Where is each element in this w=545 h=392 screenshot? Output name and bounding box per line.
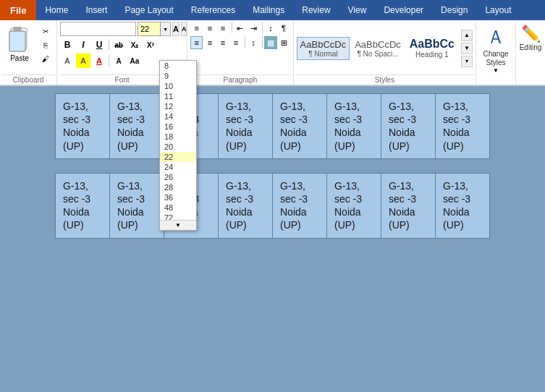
bullets-button[interactable]: ≡ [190,22,203,35]
style-heading1-label: Heading 1 [415,51,449,59]
tab-references[interactable]: References [182,0,244,20]
cell-text: G-13, sec -3 Noida (UP) [280,179,319,232]
size-item-72[interactable]: 72 [160,213,196,220]
cell-text: G-13, sec -3 Noida (UP) [63,100,102,153]
shading-button[interactable]: ▦ [264,36,276,49]
align-right-button[interactable]: ≡ [216,36,229,49]
style-normal-preview: AaBbCcDc [300,39,347,50]
table-cell[interactable]: G-13, sec -3 Noida (UP) [56,94,110,159]
line-spacing-button[interactable]: ↕ [247,36,259,49]
tab-review[interactable]: Review [293,0,339,20]
svg-rect-1 [9,31,25,51]
tab-page-layout[interactable]: Page Layout [116,0,182,20]
table-cell[interactable]: G-13, sec -3 Noida (UP) [219,173,273,238]
paste-button[interactable]: Paste [3,23,36,64]
align-center-button[interactable]: ≡ [203,36,216,49]
tab-developer[interactable]: Developer [375,0,432,20]
change-styles-icon: Ａ [486,25,505,50]
table-cell[interactable]: G-13, sec -3 Noida (UP) [56,173,110,238]
cell-text: G-13, sec -3 Noida (UP) [226,179,265,232]
change-styles-button[interactable]: Ａ ChangeStyles ▼ [476,20,516,85]
size-item-36[interactable]: 36 [160,192,196,203]
tab-file[interactable]: File [0,0,36,20]
table-cell[interactable]: G-13, sec -3 Noida (UP) [219,94,273,159]
tab-design[interactable]: Design [432,0,476,20]
font-name-input[interactable] [60,22,136,36]
size-item-14[interactable]: 14 [160,111,196,122]
align-left-button[interactable]: ≡ [190,36,203,49]
text-effect-button[interactable]: A [60,54,75,68]
clear-format-button[interactable]: A [111,54,126,68]
tab-view[interactable]: View [339,0,376,20]
cell-text: G-13, sec -3 Noida (UP) [63,179,102,232]
paragraph-group: ≡ ≡ ≡ ⇤ ⇥ ↕ ¶ ≡ ≡ ≡ ≡ ↕ ▦ ⊞ Parag [187,20,293,85]
tab-home[interactable]: Home [36,0,77,20]
font-size-scroll-down[interactable]: ▼ [160,220,196,230]
editing-button[interactable]: ✏️ Editing [516,20,545,85]
table-cell[interactable]: G-13, sec -3 Noida (UP) [273,173,327,238]
tab-bar: File Home Insert Page Layout References … [0,0,545,20]
style-no-spacing[interactable]: AaBbCcDc ¶ No Spaci... [351,37,405,60]
increase-indent-button[interactable]: ⇥ [247,22,259,35]
table-cell[interactable]: G-13, sec -3 Noida (UP) [381,173,436,238]
size-item-48[interactable]: 48 [160,203,196,213]
cut-button[interactable]: ✂ [38,25,54,38]
size-item-11[interactable]: 11 [160,91,196,101]
bold-button[interactable]: B [60,38,75,52]
show-marks-button[interactable]: ¶ [278,22,290,35]
change-case-button[interactable]: Aa [127,54,142,68]
style-heading1-preview: AaBbCc [410,38,455,51]
underline-button[interactable]: U [92,38,106,52]
size-item-24[interactable]: 24 [160,162,196,172]
subscript-button[interactable]: X₂ [127,38,142,52]
font-size-dropdown-arrow[interactable]: ▼ [161,22,171,36]
numbering-button[interactable]: ≡ [203,22,216,35]
size-item-12[interactable]: 12 [160,101,196,111]
increase-font-button[interactable]: A [172,22,179,36]
styles-expand[interactable]: ▾ [461,56,473,67]
cell-text: G-13, sec -3 Noida (UP) [443,100,482,153]
size-item-10[interactable]: 10 [160,81,196,91]
table-cell[interactable]: G-13, sec -3 Noida (UP) [436,94,490,159]
table-cell[interactable]: G-13, sec -3 Noida (UP) [436,173,490,238]
multilevel-button[interactable]: ≡ [216,22,229,35]
size-item-8[interactable]: 8 [160,61,196,71]
table-cell[interactable]: G-13, sec -3 Noida (UP) [273,94,327,159]
size-item-18[interactable]: 18 [160,132,196,142]
size-item-9[interactable]: 9 [160,71,196,81]
size-item-22[interactable]: 22 [160,152,196,162]
size-item-20[interactable]: 20 [160,142,196,152]
font-size-input[interactable] [138,22,161,36]
cell-text: G-13, sec -3 Noida (UP) [280,100,319,153]
cell-text: G-13, sec -3 Noida (UP) [117,100,156,153]
justify-button[interactable]: ≡ [230,36,242,49]
table-cell[interactable]: G-13, sec -3 Noida (UP) [327,94,381,159]
italic-button[interactable]: I [76,38,90,52]
copy-button[interactable]: ⎘ [38,38,54,51]
clipboard-label: Clipboard [1,74,55,85]
styles-group: AaBbCcDc ¶ Normal AaBbCcDc ¶ No Spaci...… [294,20,476,85]
sort-button[interactable]: ↕ [264,22,276,35]
size-item-28[interactable]: 28 [160,182,196,192]
table-cell[interactable]: G-13, sec -3 Noida (UP) [381,94,436,159]
text-highlight-button[interactable]: A [76,54,90,68]
font-color-button[interactable]: A [92,54,106,68]
superscript-button[interactable]: X² [143,38,158,52]
tab-insert[interactable]: Insert [77,0,116,20]
size-item-16[interactable]: 16 [160,122,196,132]
borders-button[interactable]: ⊞ [278,36,290,49]
tab-layout[interactable]: Layout [476,0,520,20]
table-cell[interactable]: G-13, sec -3 Noida (UP) [110,173,164,238]
style-normal[interactable]: AaBbCcDc ¶ Normal [297,37,350,60]
tab-mailings[interactable]: Mailings [244,0,293,20]
decrease-font-button[interactable]: A [181,22,187,36]
format-painter-button[interactable]: 🖌 [38,52,54,65]
size-item-26[interactable]: 26 [160,172,196,182]
decrease-indent-button[interactable]: ⇤ [234,22,246,35]
table-cell[interactable]: G-13, sec -3 Noida (UP) [327,173,381,238]
styles-scroll-down[interactable]: ▼ [461,43,473,54]
strikethrough-button[interactable]: ab [111,38,126,52]
styles-scroll-up[interactable]: ▲ [461,30,473,41]
table-cell[interactable]: G-13, sec -3 Noida (UP) [110,94,164,159]
style-heading1[interactable]: AaBbCc Heading 1 [406,35,458,61]
